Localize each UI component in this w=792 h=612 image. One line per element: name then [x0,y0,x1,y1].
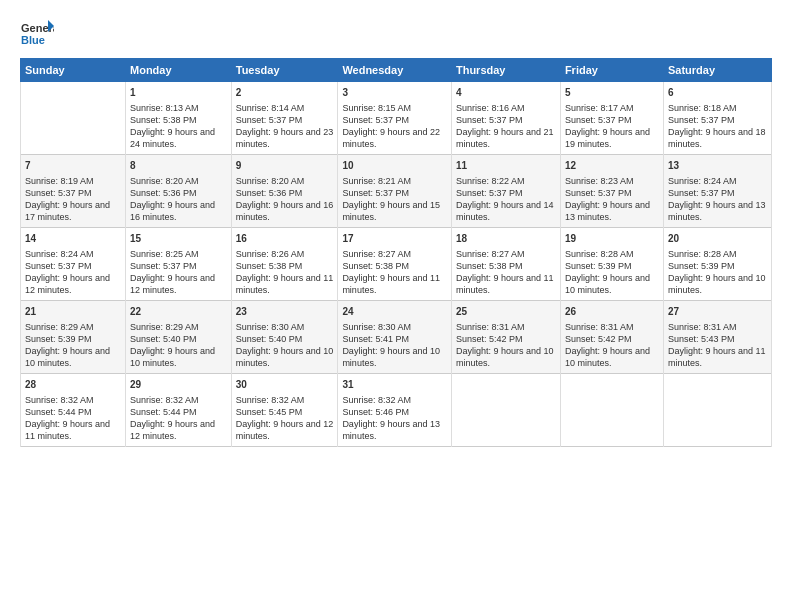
sunset-text: Sunset: 5:44 PM [130,406,227,418]
sunrise-text: Sunrise: 8:23 AM [565,175,659,187]
sunset-text: Sunset: 5:37 PM [25,260,121,272]
day-number: 22 [130,305,227,319]
sunset-text: Sunset: 5:38 PM [456,260,556,272]
day-number: 24 [342,305,447,319]
sunrise-text: Sunrise: 8:18 AM [668,102,767,114]
daylight-text: Daylight: 9 hours and 24 minutes. [130,126,227,150]
day-header-tuesday: Tuesday [231,59,338,82]
calendar-cell: 5Sunrise: 8:17 AMSunset: 5:37 PMDaylight… [560,82,663,155]
calendar-cell: 21Sunrise: 8:29 AMSunset: 5:39 PMDayligh… [21,301,126,374]
daylight-text: Daylight: 9 hours and 10 minutes. [236,345,334,369]
header: General Blue [20,18,772,52]
calendar-cell: 27Sunrise: 8:31 AMSunset: 5:43 PMDayligh… [663,301,771,374]
calendar-cell [560,374,663,447]
daylight-text: Daylight: 9 hours and 11 minutes. [25,418,121,442]
calendar-cell: 16Sunrise: 8:26 AMSunset: 5:38 PMDayligh… [231,228,338,301]
header-row: SundayMondayTuesdayWednesdayThursdayFrid… [21,59,772,82]
calendar-cell: 18Sunrise: 8:27 AMSunset: 5:38 PMDayligh… [451,228,560,301]
sunset-text: Sunset: 5:37 PM [130,260,227,272]
day-number: 20 [668,232,767,246]
calendar-cell: 24Sunrise: 8:30 AMSunset: 5:41 PMDayligh… [338,301,452,374]
day-number: 29 [130,378,227,392]
daylight-text: Daylight: 9 hours and 13 minutes. [565,199,659,223]
day-header-saturday: Saturday [663,59,771,82]
sunset-text: Sunset: 5:46 PM [342,406,447,418]
sunrise-text: Sunrise: 8:19 AM [25,175,121,187]
sunset-text: Sunset: 5:37 PM [342,114,447,126]
day-number: 30 [236,378,334,392]
day-number: 9 [236,159,334,173]
calendar-cell [663,374,771,447]
daylight-text: Daylight: 9 hours and 14 minutes. [456,199,556,223]
calendar-cell: 25Sunrise: 8:31 AMSunset: 5:42 PMDayligh… [451,301,560,374]
daylight-text: Daylight: 9 hours and 10 minutes. [565,272,659,296]
sunset-text: Sunset: 5:37 PM [668,187,767,199]
calendar-cell: 17Sunrise: 8:27 AMSunset: 5:38 PMDayligh… [338,228,452,301]
sunset-text: Sunset: 5:37 PM [668,114,767,126]
sunset-text: Sunset: 5:41 PM [342,333,447,345]
sunset-text: Sunset: 5:36 PM [130,187,227,199]
sunset-text: Sunset: 5:38 PM [342,260,447,272]
calendar-cell: 29Sunrise: 8:32 AMSunset: 5:44 PMDayligh… [126,374,232,447]
sunset-text: Sunset: 5:37 PM [236,114,334,126]
sunrise-text: Sunrise: 8:20 AM [130,175,227,187]
sunrise-text: Sunrise: 8:28 AM [565,248,659,260]
daylight-text: Daylight: 9 hours and 23 minutes. [236,126,334,150]
calendar-cell: 31Sunrise: 8:32 AMSunset: 5:46 PMDayligh… [338,374,452,447]
sunset-text: Sunset: 5:37 PM [456,114,556,126]
sunrise-text: Sunrise: 8:28 AM [668,248,767,260]
sunrise-text: Sunrise: 8:32 AM [25,394,121,406]
day-number: 16 [236,232,334,246]
svg-text:Blue: Blue [21,34,45,46]
sunrise-text: Sunrise: 8:29 AM [130,321,227,333]
sunset-text: Sunset: 5:37 PM [565,114,659,126]
daylight-text: Daylight: 9 hours and 12 minutes. [236,418,334,442]
daylight-text: Daylight: 9 hours and 13 minutes. [342,418,447,442]
calendar-cell: 3Sunrise: 8:15 AMSunset: 5:37 PMDaylight… [338,82,452,155]
daylight-text: Daylight: 9 hours and 16 minutes. [130,199,227,223]
calendar-cell: 7Sunrise: 8:19 AMSunset: 5:37 PMDaylight… [21,155,126,228]
day-number: 27 [668,305,767,319]
day-header-wednesday: Wednesday [338,59,452,82]
day-number: 15 [130,232,227,246]
sunrise-text: Sunrise: 8:16 AM [456,102,556,114]
day-number: 21 [25,305,121,319]
sunset-text: Sunset: 5:39 PM [25,333,121,345]
daylight-text: Daylight: 9 hours and 16 minutes. [236,199,334,223]
calendar-cell [21,82,126,155]
calendar-cell: 23Sunrise: 8:30 AMSunset: 5:40 PMDayligh… [231,301,338,374]
daylight-text: Daylight: 9 hours and 15 minutes. [342,199,447,223]
sunrise-text: Sunrise: 8:31 AM [668,321,767,333]
calendar-cell: 8Sunrise: 8:20 AMSunset: 5:36 PMDaylight… [126,155,232,228]
day-number: 14 [25,232,121,246]
daylight-text: Daylight: 9 hours and 10 minutes. [25,345,121,369]
day-number: 2 [236,86,334,100]
daylight-text: Daylight: 9 hours and 10 minutes. [130,345,227,369]
sunrise-text: Sunrise: 8:30 AM [342,321,447,333]
sunset-text: Sunset: 5:37 PM [342,187,447,199]
day-number: 3 [342,86,447,100]
calendar-cell [451,374,560,447]
day-number: 28 [25,378,121,392]
day-number: 17 [342,232,447,246]
day-header-friday: Friday [560,59,663,82]
daylight-text: Daylight: 9 hours and 11 minutes. [668,345,767,369]
sunrise-text: Sunrise: 8:26 AM [236,248,334,260]
sunrise-text: Sunrise: 8:29 AM [25,321,121,333]
week-row-2: 7Sunrise: 8:19 AMSunset: 5:37 PMDaylight… [21,155,772,228]
calendar-cell: 14Sunrise: 8:24 AMSunset: 5:37 PMDayligh… [21,228,126,301]
daylight-text: Daylight: 9 hours and 12 minutes. [130,418,227,442]
day-header-monday: Monday [126,59,232,82]
daylight-text: Daylight: 9 hours and 17 minutes. [25,199,121,223]
sunset-text: Sunset: 5:42 PM [456,333,556,345]
sunrise-text: Sunrise: 8:14 AM [236,102,334,114]
daylight-text: Daylight: 9 hours and 10 minutes. [456,345,556,369]
daylight-text: Daylight: 9 hours and 12 minutes. [25,272,121,296]
calendar-cell: 28Sunrise: 8:32 AMSunset: 5:44 PMDayligh… [21,374,126,447]
sunrise-text: Sunrise: 8:24 AM [668,175,767,187]
week-row-4: 21Sunrise: 8:29 AMSunset: 5:39 PMDayligh… [21,301,772,374]
sunset-text: Sunset: 5:36 PM [236,187,334,199]
day-number: 8 [130,159,227,173]
calendar-cell: 12Sunrise: 8:23 AMSunset: 5:37 PMDayligh… [560,155,663,228]
sunset-text: Sunset: 5:38 PM [236,260,334,272]
